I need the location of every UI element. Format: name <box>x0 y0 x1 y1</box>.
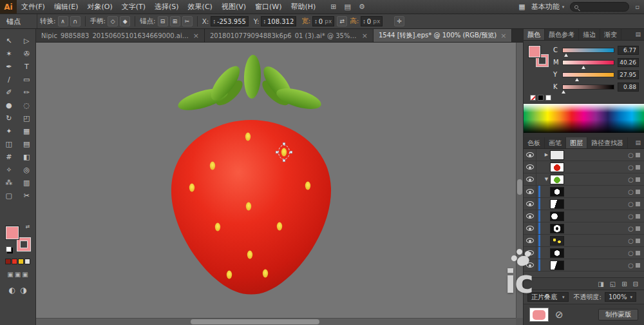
toolbar-swatch-1[interactable] <box>12 259 17 264</box>
spinner-icon[interactable]: ▴▾ <box>263 19 265 24</box>
search-box[interactable] <box>570 2 629 12</box>
layer-thumbnail[interactable] <box>550 236 564 246</box>
slider-track[interactable] <box>562 60 614 65</box>
seed-shape[interactable] <box>305 182 310 190</box>
change-screen-mode[interactable]: ◐ <box>9 286 15 295</box>
delete-layer-icon[interactable]: ⊟ <box>633 281 638 288</box>
rotate-tool[interactable]: ↻ <box>0 112 18 124</box>
visibility-eye-icon[interactable] <box>526 189 534 194</box>
expander-icon[interactable]: ▼ <box>543 177 550 182</box>
seed-shape[interactable] <box>246 202 251 211</box>
menu-item[interactable]: 编辑(E) <box>50 0 83 14</box>
rectangle-tool[interactable]: ▭ <box>18 73 36 86</box>
workspace-switcher[interactable]: 基本功能 ▾ <box>531 2 565 12</box>
panel-tab[interactable]: 颜色 <box>524 29 545 40</box>
default-fill-stroke-icon[interactable] <box>6 246 12 252</box>
blob-brush-tool[interactable]: ● <box>0 99 18 112</box>
toolbar-fill-stroke[interactable]: ⇄ <box>6 225 30 252</box>
color-spectrum[interactable] <box>524 103 644 133</box>
layer-thumbnail[interactable] <box>550 224 564 233</box>
hide-handles-button[interactable]: ◆ <box>120 16 130 26</box>
layer-row-7[interactable]: ○ <box>524 222 644 235</box>
y-field-input[interactable]: ▴▾108.312 <box>261 16 296 26</box>
mesh-tool[interactable]: # <box>0 150 18 163</box>
object-thumbnail[interactable] <box>529 308 549 322</box>
free-transform-tool[interactable]: ▦ <box>18 124 36 137</box>
magic-wand-tool[interactable]: ✶ <box>0 47 18 60</box>
target-circle-icon[interactable]: ○ <box>628 176 636 183</box>
proof-colors[interactable]: ◑ <box>20 286 26 295</box>
fill-swatch[interactable] <box>529 46 540 57</box>
seed-shape[interactable] <box>245 133 251 141</box>
toolbar-swatch-3[interactable] <box>24 259 30 264</box>
x-field-input[interactable]: ▴▾-253.955 <box>211 16 248 26</box>
panel-menu-icon[interactable]: ▤ <box>632 137 644 148</box>
gradient-tool[interactable]: ◧ <box>18 150 36 163</box>
target-circle-icon[interactable]: ○ <box>628 152 636 159</box>
height-field[interactable]: 高:▴▾0px <box>350 16 383 26</box>
cut-path-button[interactable]: ✂ <box>182 16 193 26</box>
panel-tab[interactable]: 色板 <box>524 137 545 148</box>
shape-builder-tool[interactable]: ◫ <box>0 137 18 150</box>
paintbrush-tool[interactable]: ✐ <box>0 86 18 99</box>
panel-menu-icon[interactable]: ▤ <box>632 29 644 40</box>
perspective-grid-tool[interactable]: ▤ <box>18 137 36 150</box>
seed-shape[interactable] <box>263 270 268 278</box>
seed-shape[interactable] <box>277 222 282 231</box>
selection-tool[interactable]: ↖ <box>0 34 18 47</box>
draw-normal-mode[interactable]: ▣ <box>7 271 13 278</box>
fill-control[interactable] <box>6 226 19 239</box>
seed-shape[interactable] <box>281 148 287 157</box>
target-circle-icon[interactable]: ○ <box>628 250 636 257</box>
layer-row-2[interactable]: ○ <box>524 161 644 173</box>
black-swatch[interactable] <box>538 95 544 101</box>
seed-shape[interactable] <box>247 251 252 259</box>
panel-tab[interactable]: 渐变 <box>600 29 621 40</box>
workspace-tools-icon[interactable]: ⚙ <box>359 3 365 11</box>
blend-mode-select[interactable]: 正片叠底 ▾ <box>527 292 569 302</box>
slider-track[interactable] <box>562 84 614 90</box>
layer-thumbnail[interactable] <box>550 187 564 197</box>
visibility-eye-icon[interactable] <box>526 152 534 157</box>
seed-shape[interactable] <box>189 184 194 192</box>
width-tool-tool[interactable]: ✦ <box>0 124 18 137</box>
slider-value[interactable]: 27.95 <box>618 70 639 79</box>
panel-tab[interactable]: 描边 <box>579 29 600 40</box>
y-field[interactable]: Y:▴▾108.312 <box>254 16 296 26</box>
column-graph-tool[interactable]: ▥ <box>18 176 36 189</box>
strawberry-artwork[interactable] <box>36 43 523 325</box>
layer-thumbnail[interactable] <box>550 162 564 172</box>
white-swatch[interactable] <box>545 95 551 101</box>
vertical-scrollbar-thumb[interactable] <box>517 179 522 195</box>
menu-item[interactable]: 文件(F) <box>17 0 50 14</box>
new-sublayer-icon[interactable]: ◱ <box>610 281 616 288</box>
visibility-eye-icon[interactable] <box>526 177 534 182</box>
layer-row-6[interactable]: ○ <box>524 210 644 222</box>
strawberry-leaves[interactable] <box>176 55 323 115</box>
panel-tab[interactable]: 画笔 <box>545 137 566 148</box>
spinner-icon[interactable]: ▴▾ <box>315 19 317 24</box>
lasso-tool[interactable]: ✇ <box>18 47 36 60</box>
window-corner-icon[interactable]: ▫ <box>635 3 639 10</box>
tab-close-icon[interactable]: × <box>193 32 199 40</box>
opacity-select[interactable]: 100% ▾ <box>605 292 636 302</box>
seed-shape[interactable] <box>215 223 220 231</box>
layer-thumbnail[interactable] <box>550 261 564 270</box>
new-layer-icon[interactable]: ⊞ <box>621 281 627 288</box>
toolbar-swatch-2[interactable] <box>18 259 24 264</box>
layer-row-1[interactable]: ▶○ <box>524 149 644 161</box>
slice-tool[interactable]: ✂ <box>18 189 36 202</box>
horizontal-scrollbar[interactable] <box>36 318 516 325</box>
menu-item[interactable]: 文字(T) <box>117 0 150 14</box>
draw-inside-mode[interactable]: ▣ <box>22 271 28 278</box>
slider-value[interactable]: 6.77 <box>618 46 639 55</box>
canvas[interactable] <box>36 43 523 325</box>
swap-fill-stroke-icon[interactable]: ⇄ <box>26 224 30 230</box>
target-circle-icon[interactable]: ○ <box>628 201 636 208</box>
draw-behind-mode[interactable]: ▣ <box>15 271 21 278</box>
leaf-shape[interactable] <box>243 55 261 99</box>
layer-row-4[interactable]: ○ <box>524 186 644 198</box>
visibility-eye-icon[interactable] <box>526 226 534 231</box>
show-handles-button[interactable]: ◇ <box>108 16 118 26</box>
visibility-eye-icon[interactable] <box>526 213 534 219</box>
